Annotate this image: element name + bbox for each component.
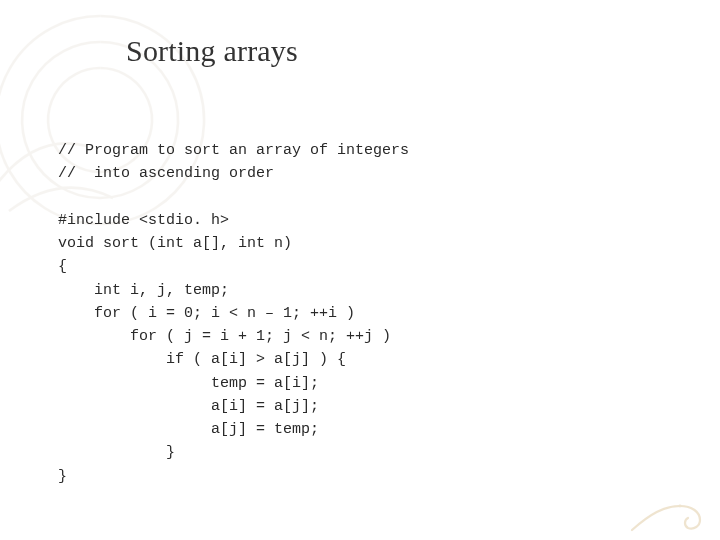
corner-curl-icon (630, 484, 710, 534)
slide-title: Sorting arrays (126, 34, 298, 68)
svg-point-0 (679, 505, 682, 508)
code-block: // Program to sort an array of integers … (58, 139, 409, 488)
